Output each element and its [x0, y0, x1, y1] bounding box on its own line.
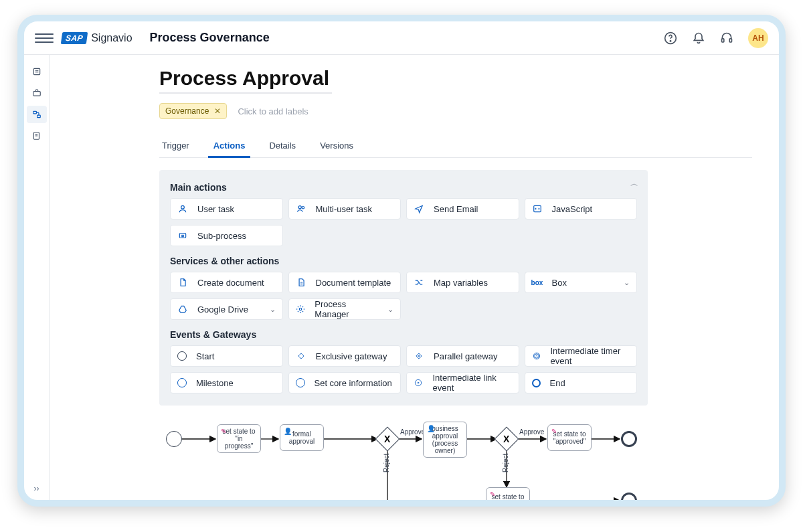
- user-icon: 👤: [427, 425, 435, 432]
- chevron-down-icon: ⌄: [387, 305, 393, 314]
- core-info-icon: [296, 378, 305, 387]
- action-multi-user-task[interactable]: Multi-user task: [288, 198, 402, 219]
- tab-trigger[interactable]: Trigger: [159, 135, 192, 157]
- tab-actions[interactable]: Actions: [211, 135, 248, 157]
- gateway-icon: [296, 351, 306, 361]
- action-label: Send Email: [434, 204, 478, 214]
- action-label: Process Manager: [315, 299, 378, 319]
- send-icon: [414, 203, 424, 214]
- action-google-drive[interactable]: Google Drive ⌄: [170, 298, 283, 320]
- action-milestone[interactable]: Milestone: [170, 372, 283, 393]
- action-label: Sub-process: [197, 231, 246, 241]
- end-icon: [532, 379, 541, 387]
- tag-governance[interactable]: Governance ✕: [159, 103, 227, 119]
- shuffle-icon: [414, 277, 424, 288]
- left-rail: ››: [24, 55, 50, 500]
- add-label-input[interactable]: Click to add labels: [238, 106, 308, 116]
- headset-icon[interactable]: [720, 31, 733, 45]
- subprocess-icon: [177, 230, 188, 241]
- action-send-email[interactable]: Send Email: [406, 198, 519, 219]
- brand: SAP Signavio: [62, 32, 132, 44]
- script-icon: ✎: [551, 428, 557, 435]
- action-label: Google Drive: [197, 304, 248, 315]
- group-services-title: Services & other actions: [170, 256, 637, 266]
- script-icon: ✎: [221, 428, 226, 435]
- action-label: Set core information: [315, 378, 392, 388]
- svg-rect-6: [33, 111, 36, 114]
- notification-icon[interactable]: [692, 31, 705, 45]
- action-label: Intermediate timer event: [551, 346, 630, 366]
- timer-icon: [532, 351, 541, 361]
- action-map-variables[interactable]: Map variables: [406, 272, 519, 293]
- edge-label-approve-2: Approve: [519, 428, 544, 436]
- edge-label-reject: Reject: [383, 454, 390, 472]
- svg-point-1: [670, 40, 671, 41]
- tag-remove-icon[interactable]: ✕: [214, 106, 221, 116]
- action-box[interactable]: box Box ⌄: [525, 272, 638, 293]
- action-label: Start: [196, 351, 214, 361]
- svg-rect-3: [729, 38, 731, 41]
- gear-icon: [296, 304, 306, 315]
- bpmn-start[interactable]: [166, 431, 182, 447]
- bpmn-task-set-approved[interactable]: ✎ set state to "approved": [547, 424, 592, 451]
- svg-point-10: [298, 206, 301, 209]
- bpmn-diagram[interactable]: ✎ set state to "in progress" 👤 formal ap…: [159, 420, 648, 500]
- collapse-icon[interactable]: ︿: [630, 178, 638, 189]
- menu-button[interactable]: [35, 29, 54, 48]
- action-javascript[interactable]: JavaScript: [525, 198, 638, 219]
- svg-rect-5: [33, 92, 40, 96]
- rail-item-reports[interactable]: [27, 127, 47, 145]
- action-intermediate-timer[interactable]: Intermediate timer event: [525, 345, 638, 367]
- action-label: End: [550, 378, 565, 388]
- action-label: Create document: [197, 278, 264, 288]
- rail-item-processes[interactable]: [27, 106, 47, 123]
- node-label: set state to "in progress": [221, 428, 256, 450]
- action-label: Exclusive gateway: [316, 351, 387, 361]
- action-set-core-info[interactable]: Set core information: [288, 372, 402, 393]
- action-label: Parallel gateway: [434, 351, 497, 361]
- help-icon[interactable]: [664, 31, 677, 45]
- action-intermediate-link[interactable]: Intermediate link event: [406, 372, 519, 393]
- page-title: Process Approval: [159, 67, 332, 94]
- code-icon: [532, 203, 543, 214]
- edge-label-reject-2: Reject: [502, 454, 509, 472]
- action-sub-process[interactable]: Sub-process: [170, 225, 283, 246]
- action-parallel-gateway[interactable]: Parallel gateway: [406, 345, 519, 367]
- action-label: Multi-user task: [316, 204, 373, 214]
- action-label: Intermediate link event: [432, 373, 511, 393]
- svg-point-9: [181, 205, 185, 209]
- start-icon: [177, 351, 187, 361]
- action-label: User task: [197, 204, 234, 214]
- avatar[interactable]: AH: [748, 28, 768, 48]
- action-document-template[interactable]: Document template: [288, 272, 402, 293]
- tag-label: Governance: [165, 106, 209, 116]
- action-process-manager[interactable]: Process Manager ⌄: [288, 298, 402, 320]
- bpmn-task-set-in-progress[interactable]: ✎ set state to "in progress": [217, 424, 261, 453]
- svg-rect-14: [182, 235, 183, 236]
- parallel-gateway-icon: [414, 351, 424, 361]
- rail-item-cases[interactable]: [27, 84, 47, 102]
- bpmn-task-business-approval[interactable]: 👤 business approval (process owner): [423, 422, 467, 458]
- rail-expand[interactable]: ››: [34, 484, 39, 493]
- actions-panel: ︿ Main actions User task Multi-user task: [159, 170, 648, 406]
- bpmn-task-formal-approval[interactable]: 👤 formal approval: [280, 424, 324, 451]
- tab-versions[interactable]: Versions: [317, 135, 356, 157]
- node-label: set state to "approved": [552, 430, 587, 445]
- action-exclusive-gateway[interactable]: Exclusive gateway: [288, 345, 402, 367]
- action-create-document[interactable]: Create document: [170, 272, 283, 293]
- file-icon: [177, 277, 188, 288]
- bpmn-task-set-rejected[interactable]: ✎ set state to "rejected": [486, 487, 530, 500]
- link-event-icon: [414, 377, 423, 388]
- action-label: Milestone: [196, 378, 234, 388]
- tab-details[interactable]: Details: [266, 135, 298, 157]
- bpmn-end-1[interactable]: [621, 431, 637, 447]
- chevron-down-icon: ⌄: [270, 305, 276, 314]
- group-events-title: Events & Gateways: [170, 329, 637, 340]
- svg-rect-16: [298, 353, 303, 359]
- action-start[interactable]: Start: [170, 345, 283, 367]
- signavio-logo: Signavio: [91, 32, 132, 44]
- svg-point-15: [299, 308, 302, 311]
- action-user-task[interactable]: User task: [170, 198, 283, 219]
- rail-item-tasks[interactable]: [27, 63, 47, 80]
- action-end[interactable]: End: [525, 372, 638, 393]
